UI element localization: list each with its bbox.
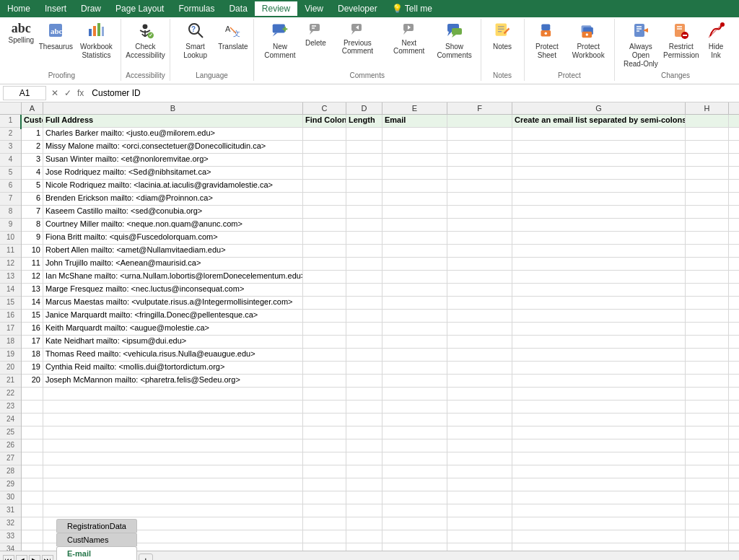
cell-col-D-5[interactable]: [346, 167, 382, 180]
add-sheet-button[interactable]: +: [139, 554, 153, 561]
cell-col-I-11[interactable]: [729, 245, 739, 258]
empty-cell-col-A-28[interactable]: [22, 465, 43, 478]
cell-col-F-7[interactable]: [447, 193, 512, 206]
empty-cell-col-D-24[interactable]: [346, 414, 382, 426]
header-cell-col-C[interactable]: Find Colon: [303, 115, 346, 128]
cell-col-E-8[interactable]: [382, 206, 447, 219]
empty-cell-col-G-22[interactable]: [512, 388, 686, 401]
cell-col-F-17[interactable]: [447, 323, 512, 336]
cell-col-H-5[interactable]: [686, 167, 729, 180]
thesaurus-button[interactable]: abc Thesaurus: [38, 20, 73, 53]
cell-col-G-8[interactable]: [512, 206, 686, 219]
cell-col-D-19[interactable]: [346, 349, 382, 362]
header-cell-col-E[interactable]: Email: [382, 115, 447, 128]
cell-col-E-17[interactable]: [382, 323, 447, 336]
header-cell-col-I[interactable]: [729, 115, 739, 128]
empty-cell-col-I-32[interactable]: [729, 517, 739, 530]
cell-col-E-2[interactable]: [382, 128, 447, 141]
cell-col-F-3[interactable]: [447, 141, 512, 154]
empty-cell-col-C-29[interactable]: [303, 478, 346, 491]
header-cell-col-B[interactable]: Full Address: [43, 115, 303, 128]
tab-last-button[interactable]: ⏭: [42, 555, 53, 561]
empty-cell-col-A-34[interactable]: [22, 543, 43, 551]
empty-cell-col-C-24[interactable]: [303, 414, 346, 426]
menu-item-draw[interactable]: Draw: [74, 1, 108, 16]
cell-col-G-21[interactable]: [512, 375, 686, 388]
cell-col-H-4[interactable]: [686, 154, 729, 167]
col-header-E[interactable]: E: [382, 102, 447, 114]
cell-col-B-15[interactable]: Marcus Maestas mailto: <vulputate.risus.…: [43, 297, 303, 310]
empty-cell-col-B-29[interactable]: [43, 478, 303, 491]
empty-cell-col-C-31[interactable]: [303, 504, 346, 517]
empty-cell-col-C-25[interactable]: [303, 426, 346, 439]
hide-ink-button[interactable]: Hide Ink: [700, 20, 732, 61]
cell-col-G-14[interactable]: [512, 284, 686, 297]
cell-col-H-21[interactable]: [686, 375, 729, 388]
empty-cell-col-F-23[interactable]: [447, 401, 512, 414]
new-comment-button[interactable]: New Comment: [258, 20, 302, 61]
delete-comment-button[interactable]: Delete: [303, 20, 328, 48]
cell-col-F-9[interactable]: [447, 219, 512, 232]
cell-col-G-19[interactable]: [512, 349, 686, 362]
empty-cell-col-D-26[interactable]: [346, 439, 382, 452]
cancel-formula-icon[interactable]: ✕: [49, 88, 61, 98]
cell-col-F-8[interactable]: [447, 206, 512, 219]
col-header-D[interactable]: D: [346, 102, 382, 114]
cell-col-A-5[interactable]: 4: [22, 167, 43, 180]
protect-workbook-button[interactable]: Protect Workbook: [567, 20, 610, 61]
cell-col-H-12[interactable]: [686, 258, 729, 271]
cell-col-I-15[interactable]: [729, 297, 739, 310]
empty-cell-col-G-23[interactable]: [512, 401, 686, 414]
cell-col-H-2[interactable]: [686, 128, 729, 141]
cell-col-C-12[interactable]: [303, 258, 346, 271]
empty-cell-col-I-27[interactable]: [729, 452, 739, 465]
cell-col-C-11[interactable]: [303, 245, 346, 258]
empty-cell-col-H-34[interactable]: [686, 543, 729, 551]
cell-col-D-16[interactable]: [346, 310, 382, 323]
empty-cell-col-C-33[interactable]: [303, 530, 346, 543]
cell-col-B-3[interactable]: Missy Malone mailto: <orci.consectetuer@…: [43, 141, 303, 154]
cell-col-D-10[interactable]: [346, 232, 382, 245]
cell-col-B-13[interactable]: Ian McShane mailto: <urna.Nullam.loborti…: [43, 271, 303, 284]
col-header-B[interactable]: B: [43, 102, 303, 114]
cell-col-H-10[interactable]: [686, 232, 729, 245]
cell-col-C-8[interactable]: [303, 206, 346, 219]
menu-item----tell-me[interactable]: 💡 Tell me: [385, 1, 440, 16]
empty-cell-col-E-27[interactable]: [382, 452, 447, 465]
empty-cell-col-G-27[interactable]: [512, 452, 686, 465]
empty-cell-col-I-23[interactable]: [729, 401, 739, 414]
empty-cell-col-I-34[interactable]: [729, 543, 739, 551]
spelling-button[interactable]: abc Spelling: [5, 20, 37, 46]
empty-cell-col-A-23[interactable]: [22, 401, 43, 414]
cell-col-D-7[interactable]: [346, 193, 382, 206]
cell-col-A-18[interactable]: 17: [22, 336, 43, 349]
empty-cell-col-H-31[interactable]: [686, 504, 729, 517]
cell-col-A-13[interactable]: 12: [22, 271, 43, 284]
cell-col-I-13[interactable]: [729, 271, 739, 284]
empty-cell-col-D-33[interactable]: [346, 530, 382, 543]
empty-cell-col-A-22[interactable]: [22, 388, 43, 401]
cell-col-C-5[interactable]: [303, 167, 346, 180]
cell-col-B-14[interactable]: Marge Fresquez mailto: <nec.luctus@incon…: [43, 284, 303, 297]
cell-col-A-17[interactable]: 16: [22, 323, 43, 336]
empty-cell-col-C-30[interactable]: [303, 491, 346, 504]
cell-col-H-8[interactable]: [686, 206, 729, 219]
cell-col-B-2[interactable]: Charles Barker mailto: <justo.eu@milorem…: [43, 128, 303, 141]
empty-cell-col-B-27[interactable]: [43, 452, 303, 465]
cell-col-C-16[interactable]: [303, 310, 346, 323]
cell-col-C-3[interactable]: [303, 141, 346, 154]
cell-col-B-11[interactable]: Robert Allen mailto: <amet@Nullamvitaedi…: [43, 245, 303, 258]
show-comments-button[interactable]: Show Comments: [433, 20, 476, 61]
empty-cell-col-D-31[interactable]: [346, 504, 382, 517]
cell-col-D-6[interactable]: [346, 180, 382, 193]
cell-col-C-21[interactable]: [303, 375, 346, 388]
empty-cell-col-B-23[interactable]: [43, 401, 303, 414]
empty-cell-col-G-26[interactable]: [512, 439, 686, 452]
cell-col-F-2[interactable]: [447, 128, 512, 141]
empty-cell-col-I-29[interactable]: [729, 478, 739, 491]
cell-col-H-16[interactable]: [686, 310, 729, 323]
menu-item-developer[interactable]: Developer: [331, 1, 385, 16]
cell-col-B-12[interactable]: John Trujillo mailto: <Aenean@maurisid.c…: [43, 258, 303, 271]
empty-cell-col-I-25[interactable]: [729, 426, 739, 439]
cell-col-I-19[interactable]: [729, 349, 739, 362]
